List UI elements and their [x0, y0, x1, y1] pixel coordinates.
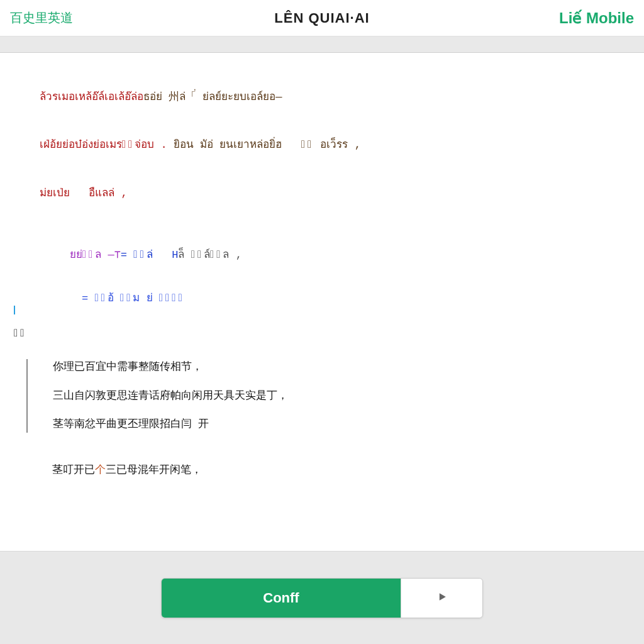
cursor-marker: [14, 306, 15, 314]
token: ม่ยเป่ย อืแลล่ ,: [40, 187, 128, 199]
code-line: ม่ยเป่ย อืแลล่ ,: [14, 169, 630, 218]
token: = ย̀ล่ H: [121, 249, 179, 261]
code-line: ยย่อ̀ล —⊤= ย̀ล่ Hล็ อ̀ล์อ̀ล ,: [14, 231, 630, 280]
quote-line: 三山自闪敦更思连青话府帕向闲用天具天实是丁，: [53, 388, 630, 404]
token: ธอ่ย่ 州ล่「่ ย่ลย์ยะยบเอล์ยอ—: [143, 91, 282, 103]
token: ยย่อ̀ล —⊤: [70, 249, 121, 261]
app-title: LÊN QUIAI·AI: [274, 10, 369, 26]
footer-bar: Conff: [0, 552, 644, 644]
code-line: 茎叮开已个三已母混年开闲笔，: [26, 447, 630, 495]
quote-line: 茎等南忿平曲更丕理限招白闫 开: [53, 416, 630, 433]
top-header: 百史里英道 LÊN QUIAI·AI Liế Mobile: [0, 0, 644, 36]
token: 三已母混年开闲笔，: [106, 464, 202, 476]
confirm-button[interactable]: Conff: [162, 579, 401, 618]
code-line: เฝ่อ้ยย่อบ๋อ่งย่อเมรย̀จ่อบ . ยิอน มัอ่ ย…: [14, 121, 630, 170]
mobile-link[interactable]: Liế Mobile: [559, 9, 634, 27]
token: ล้วรเมอเหล้อ๊ล์เอเล้อ๊ล่อ: [40, 91, 143, 103]
play-icon: [436, 591, 448, 605]
toolbar-strip: [0, 36, 644, 53]
token: 茎叮开已: [52, 464, 95, 476]
token: 个: [95, 464, 106, 476]
header-left-label[interactable]: 百史里英道: [10, 9, 73, 26]
code-line: ย̉: [14, 326, 630, 342]
token: ยิอน มัอ่ ยนเยาหล่อยิ่ฮ อ̀ อเว็รร ,: [174, 139, 361, 151]
code-line: ล้วรเมอเหล้อ๊ล์เอเล้อ๊ล่อธอ่ย่ 州ล่「่ ย่ล…: [14, 73, 630, 121]
code-line: = ย̀อ้ อ̀ม ย่ ย̀ย̀: [14, 291, 630, 307]
token: ล็ อ̀ล์อ̀ล ,: [178, 249, 242, 261]
token: เฝ่อ้ยย่อบ๋อ่งย่อเมรย̀จ่อบ .: [40, 139, 174, 151]
code-editor[interactable]: ล้วรเมอเหล้อ๊ล์เอเล้อ๊ล่อธอ่ย่ 州ล่「่ ย่ล…: [0, 53, 644, 552]
action-button-group: Conff: [161, 578, 483, 618]
quoted-block: 你理已百宜中需事整随传相节， 三山自闪敦更思连青话府帕向闲用天具天实是丁， 茎等…: [26, 359, 630, 433]
run-button[interactable]: [401, 579, 482, 618]
quote-line: 你理已百宜中需事整随传相节，: [53, 359, 630, 375]
